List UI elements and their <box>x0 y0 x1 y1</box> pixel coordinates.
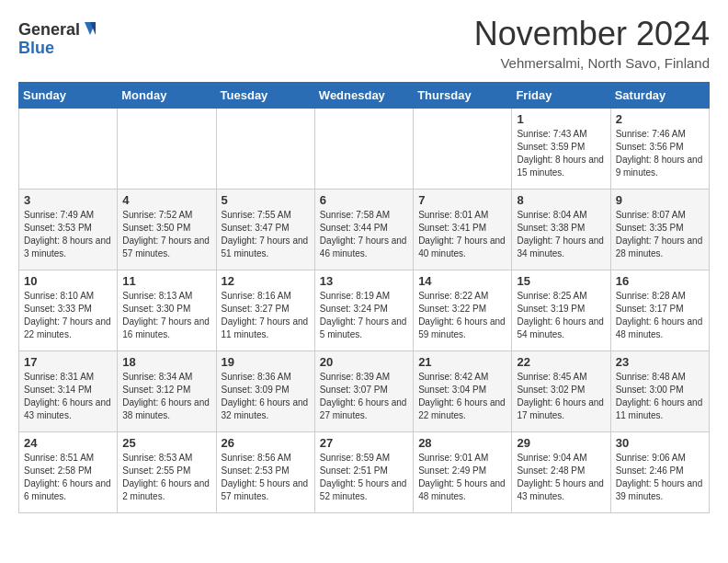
calendar-week-row: 1Sunrise: 7:43 AM Sunset: 3:59 PM Daylig… <box>19 109 710 190</box>
day-number: 4 <box>122 193 210 207</box>
calendar-cell: 16Sunrise: 8:28 AM Sunset: 3:17 PM Dayli… <box>610 270 709 351</box>
header-day-tuesday: Tuesday <box>216 83 314 109</box>
day-info: Sunrise: 9:06 AM Sunset: 2:46 PM Dayligh… <box>616 452 704 503</box>
calendar-cell: 8Sunrise: 8:04 AM Sunset: 3:38 PM Daylig… <box>512 190 610 270</box>
day-info: Sunrise: 8:36 AM Sunset: 3:09 PM Dayligh… <box>222 371 310 422</box>
calendar-cell: 13Sunrise: 8:19 AM Sunset: 3:24 PM Dayli… <box>314 270 413 351</box>
day-number: 23 <box>616 355 704 369</box>
header: General Blue November 2024 Vehmersalmi, … <box>18 15 710 71</box>
calendar-cell: 15Sunrise: 8:25 AM Sunset: 3:19 PM Dayli… <box>512 270 610 351</box>
calendar-cell: 26Sunrise: 8:56 AM Sunset: 2:53 PM Dayli… <box>216 432 314 513</box>
day-info: Sunrise: 7:52 AM Sunset: 3:50 PM Dayligh… <box>122 209 210 260</box>
day-info: Sunrise: 8:19 AM Sunset: 3:24 PM Dayligh… <box>320 290 408 341</box>
calendar-week-row: 10Sunrise: 8:10 AM Sunset: 3:33 PM Dayli… <box>19 270 710 351</box>
calendar-week-row: 3Sunrise: 7:49 AM Sunset: 3:53 PM Daylig… <box>19 190 710 270</box>
day-info: Sunrise: 8:04 AM Sunset: 3:38 PM Dayligh… <box>517 209 605 260</box>
day-info: Sunrise: 8:28 AM Sunset: 3:17 PM Dayligh… <box>616 290 704 341</box>
day-info: Sunrise: 8:42 AM Sunset: 3:04 PM Dayligh… <box>418 371 506 422</box>
calendar-cell: 14Sunrise: 8:22 AM Sunset: 3:22 PM Dayli… <box>414 270 512 351</box>
calendar-cell: 1Sunrise: 7:43 AM Sunset: 3:59 PM Daylig… <box>512 109 610 190</box>
day-info: Sunrise: 8:10 AM Sunset: 3:33 PM Dayligh… <box>24 290 112 341</box>
day-number: 14 <box>418 274 506 288</box>
day-info: Sunrise: 8:39 AM Sunset: 3:07 PM Dayligh… <box>320 371 408 422</box>
day-info: Sunrise: 8:51 AM Sunset: 2:58 PM Dayligh… <box>24 452 112 503</box>
calendar-cell: 29Sunrise: 9:04 AM Sunset: 2:48 PM Dayli… <box>512 432 610 513</box>
day-info: Sunrise: 8:22 AM Sunset: 3:22 PM Dayligh… <box>418 290 506 341</box>
header-day-saturday: Saturday <box>610 83 709 109</box>
day-number: 24 <box>24 436 112 450</box>
day-number: 20 <box>320 355 408 369</box>
day-number: 8 <box>517 193 605 207</box>
header-day-friday: Friday <box>512 83 610 109</box>
calendar-cell: 12Sunrise: 8:16 AM Sunset: 3:27 PM Dayli… <box>216 270 314 351</box>
calendar-cell: 28Sunrise: 9:01 AM Sunset: 2:49 PM Dayli… <box>414 432 512 513</box>
day-info: Sunrise: 9:04 AM Sunset: 2:48 PM Dayligh… <box>517 452 605 503</box>
header-day-sunday: Sunday <box>19 83 118 109</box>
day-info: Sunrise: 8:01 AM Sunset: 3:41 PM Dayligh… <box>418 209 506 260</box>
day-number: 9 <box>616 193 704 207</box>
title-block: November 2024 Vehmersalmi, North Savo, F… <box>474 15 710 71</box>
day-info: Sunrise: 7:46 AM Sunset: 3:56 PM Dayligh… <box>616 128 704 179</box>
calendar-cell: 5Sunrise: 7:55 AM Sunset: 3:47 PM Daylig… <box>216 190 314 270</box>
calendar-cell <box>19 109 118 190</box>
calendar-cell: 6Sunrise: 7:58 AM Sunset: 3:44 PM Daylig… <box>314 190 413 270</box>
calendar-cell: 9Sunrise: 8:07 AM Sunset: 3:35 PM Daylig… <box>610 190 709 270</box>
logo: General Blue <box>18 15 101 64</box>
day-number: 10 <box>24 274 112 288</box>
header-day-wednesday: Wednesday <box>314 83 413 109</box>
day-info: Sunrise: 7:55 AM Sunset: 3:47 PM Dayligh… <box>222 209 310 260</box>
day-number: 26 <box>222 436 310 450</box>
calendar-cell: 2Sunrise: 7:46 AM Sunset: 3:56 PM Daylig… <box>610 109 709 190</box>
day-number: 29 <box>517 436 605 450</box>
calendar-cell: 30Sunrise: 9:06 AM Sunset: 2:46 PM Dayli… <box>610 432 709 513</box>
day-number: 21 <box>418 355 506 369</box>
day-number: 25 <box>122 436 210 450</box>
day-info: Sunrise: 8:53 AM Sunset: 2:55 PM Dayligh… <box>122 452 210 503</box>
day-number: 27 <box>320 436 408 450</box>
logo-text: General Blue <box>18 15 101 64</box>
day-number: 30 <box>616 436 704 450</box>
calendar-cell <box>414 109 512 190</box>
day-info: Sunrise: 8:13 AM Sunset: 3:30 PM Dayligh… <box>122 290 210 341</box>
day-number: 28 <box>418 436 506 450</box>
calendar-cell <box>216 109 314 190</box>
calendar-week-row: 24Sunrise: 8:51 AM Sunset: 2:58 PM Dayli… <box>19 432 710 513</box>
calendar-cell: 19Sunrise: 8:36 AM Sunset: 3:09 PM Dayli… <box>216 351 314 432</box>
day-info: Sunrise: 8:25 AM Sunset: 3:19 PM Dayligh… <box>517 290 605 341</box>
day-info: Sunrise: 8:45 AM Sunset: 3:02 PM Dayligh… <box>517 371 605 422</box>
calendar-cell <box>314 109 413 190</box>
header-day-monday: Monday <box>118 83 216 109</box>
day-number: 17 <box>24 355 112 369</box>
calendar-cell: 18Sunrise: 8:34 AM Sunset: 3:12 PM Dayli… <box>118 351 216 432</box>
calendar-header-row: SundayMondayTuesdayWednesdayThursdayFrid… <box>19 83 710 109</box>
calendar-table: SundayMondayTuesdayWednesdayThursdayFrid… <box>18 82 710 513</box>
day-number: 16 <box>616 274 704 288</box>
location: Vehmersalmi, North Savo, Finland <box>474 55 710 71</box>
calendar-cell: 21Sunrise: 8:42 AM Sunset: 3:04 PM Dayli… <box>414 351 512 432</box>
day-number: 12 <box>222 274 310 288</box>
calendar-cell: 7Sunrise: 8:01 AM Sunset: 3:41 PM Daylig… <box>414 190 512 270</box>
day-number: 22 <box>517 355 605 369</box>
logo-icon: General Blue <box>18 15 101 61</box>
calendar-cell: 24Sunrise: 8:51 AM Sunset: 2:58 PM Dayli… <box>19 432 118 513</box>
day-info: Sunrise: 8:31 AM Sunset: 3:14 PM Dayligh… <box>24 371 112 422</box>
day-number: 15 <box>517 274 605 288</box>
day-info: Sunrise: 8:59 AM Sunset: 2:51 PM Dayligh… <box>320 452 408 503</box>
day-number: 19 <box>222 355 310 369</box>
day-info: Sunrise: 8:56 AM Sunset: 2:53 PM Dayligh… <box>222 452 310 503</box>
header-day-thursday: Thursday <box>414 83 512 109</box>
day-number: 5 <box>222 193 310 207</box>
calendar-cell: 20Sunrise: 8:39 AM Sunset: 3:07 PM Dayli… <box>314 351 413 432</box>
day-number: 3 <box>24 193 112 207</box>
day-info: Sunrise: 7:58 AM Sunset: 3:44 PM Dayligh… <box>320 209 408 260</box>
calendar-cell: 3Sunrise: 7:49 AM Sunset: 3:53 PM Daylig… <box>19 190 118 270</box>
day-info: Sunrise: 8:07 AM Sunset: 3:35 PM Dayligh… <box>616 209 704 260</box>
page-container: General Blue November 2024 Vehmersalmi, … <box>0 0 728 528</box>
day-info: Sunrise: 8:16 AM Sunset: 3:27 PM Dayligh… <box>222 290 310 341</box>
svg-text:General: General <box>18 20 80 39</box>
calendar-cell: 4Sunrise: 7:52 AM Sunset: 3:50 PM Daylig… <box>118 190 216 270</box>
calendar-cell: 10Sunrise: 8:10 AM Sunset: 3:33 PM Dayli… <box>19 270 118 351</box>
calendar-cell <box>118 109 216 190</box>
calendar-cell: 27Sunrise: 8:59 AM Sunset: 2:51 PM Dayli… <box>314 432 413 513</box>
calendar-cell: 17Sunrise: 8:31 AM Sunset: 3:14 PM Dayli… <box>19 351 118 432</box>
